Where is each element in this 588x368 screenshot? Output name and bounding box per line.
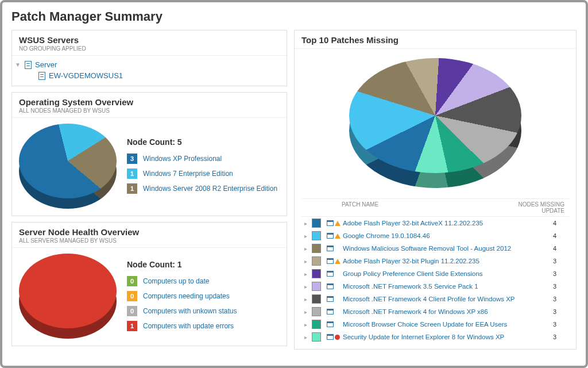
health-body: Node Count: 1 0Computers up to date0Comp… [12, 248, 287, 346]
patch-icons [327, 246, 343, 251]
patch-row: ▸Microsoft .NET Framework 3.5 Service Pa… [301, 280, 569, 293]
health-legend: Node Count: 1 0Computers up to date0Comp… [127, 260, 237, 334]
legend-count-badge: 1 [127, 183, 137, 194]
panel-server-health: Server Node Health Overview ALL SERVERS … [11, 222, 287, 346]
package-icon [327, 233, 334, 239]
legend-row[interactable]: 3Windows XP Professional [127, 151, 277, 166]
patch-name-link[interactable]: Adobe Flash Player 32-bit Plugin 11.2.20… [343, 258, 540, 264]
panel-subtitle: NO GROUPING APPLIED [19, 45, 280, 52]
patch-icons [327, 258, 343, 264]
patch-name-link[interactable]: Microsoft .NET Framework 3.5 Service Pac… [343, 283, 540, 290]
col-nodes-missing: NODES MISSING UPDATE [494, 201, 569, 214]
expand-icon[interactable]: ▸ [301, 334, 310, 340]
legend-row[interactable]: 0Computers with unkown status [127, 304, 237, 319]
nodes-missing-count: 4 [540, 232, 569, 239]
package-icon [327, 246, 334, 251]
patch-table-header: PATCH NAME NODES MISSING UPDATE [301, 198, 569, 217]
health-pie-chart [19, 254, 117, 340]
warning-icon [335, 233, 341, 239]
expand-icon[interactable]: ▸ [301, 258, 310, 264]
legend-label[interactable]: Computers with unkown status [143, 307, 237, 315]
color-swatch [312, 282, 321, 291]
tree-root-label[interactable]: Server [35, 60, 57, 69]
panel-title: Server Node Health Overview [19, 227, 280, 237]
expand-icon[interactable]: ▸ [301, 233, 310, 239]
legend-count-badge: 0 [127, 276, 137, 286]
legend-label[interactable]: Windows XP Professional [143, 155, 222, 163]
node-count-label: Node Count: 1 [127, 260, 237, 269]
panel-subtitle: ALL NODES MANAGED BY WSUS [19, 108, 280, 114]
package-icon [327, 309, 334, 315]
legend-label[interactable]: Windows 7 Enterprise Edition [143, 170, 233, 178]
document-icon [38, 72, 45, 80]
package-icon [327, 334, 334, 340]
legend-row[interactable]: 0Computers up to date [127, 274, 237, 289]
patch-icons [327, 321, 343, 327]
legend-count-badge: 0 [127, 306, 137, 316]
patch-row: ▸Google Chrome 19.0.1084.464 [301, 229, 569, 242]
package-icon [327, 283, 334, 289]
expand-icon[interactable]: ▸ [301, 246, 310, 252]
tree-child-row[interactable]: EW-VGDEMOWSUS1 [38, 70, 284, 81]
panel-wsus-servers: WSUS Servers NO GROUPING APPLIED ▼ Serve… [11, 30, 287, 86]
node-count-label: Node Count: 5 [127, 137, 277, 147]
package-icon [327, 271, 334, 277]
legend-label[interactable]: Computers needing updates [143, 292, 230, 300]
patch-name-link[interactable]: Adobe Flash Player 32-bit ActiveX 11.2.2… [343, 220, 540, 227]
panel-title: Operating System Overview [19, 97, 280, 107]
color-swatch [312, 320, 321, 329]
patch-name-link[interactable]: Windows Malicious Software Removal Tool … [343, 245, 540, 252]
package-icon [327, 258, 334, 264]
tree-caret-icon[interactable]: ▼ [14, 62, 21, 68]
expand-icon[interactable]: ▸ [301, 309, 310, 315]
patch-name-link[interactable]: Microsoft .NET Framework 4 Client Profil… [343, 296, 540, 302]
panel-os-overview: Operating System Overview ALL NODES MANA… [11, 92, 287, 216]
legend-label[interactable]: Computers with update errors [143, 322, 234, 330]
nodes-missing-count: 3 [540, 321, 569, 328]
legend-row[interactable]: 1Computers with update errors [127, 319, 237, 334]
patch-icons [327, 309, 343, 315]
color-swatch [312, 307, 321, 316]
panel-subtitle: ALL SERVERS MANAGED BY WSUS [19, 237, 280, 244]
panel-title: WSUS Servers [19, 35, 280, 45]
patches-pie-chart [349, 58, 521, 190]
expand-icon[interactable]: ▸ [301, 220, 310, 227]
legend-row[interactable]: 1Windows Server 2008 R2 Enterprise Editi… [127, 181, 277, 196]
nodes-missing-count: 4 [540, 245, 569, 252]
legend-row[interactable]: 0Computers needing updates [127, 289, 237, 304]
patch-row: ▸Windows Malicious Software Removal Tool… [301, 242, 569, 255]
patch-name-link[interactable]: Google Chrome 19.0.1084.46 [343, 232, 540, 239]
patch-row: ▸Adobe Flash Player 32-bit ActiveX 11.2.… [301, 217, 569, 229]
left-column: WSUS Servers NO GROUPING APPLIED ▼ Serve… [11, 30, 287, 350]
expand-icon[interactable]: ▸ [301, 321, 310, 328]
nodes-missing-count: 3 [540, 270, 569, 277]
color-swatch [312, 256, 321, 266]
legend-label[interactable]: Computers up to date [143, 277, 209, 285]
tree-root-row[interactable]: ▼ Server [14, 59, 284, 70]
tree-child-label[interactable]: EW-VGDEMOWSUS1 [49, 71, 123, 80]
color-swatch [312, 332, 321, 342]
legend-row[interactable]: 1Windows 7 Enterprise Edition [127, 166, 277, 181]
legend-label[interactable]: Windows Server 2008 R2 Enterprise Editio… [143, 185, 277, 193]
nodes-missing-count: 3 [540, 258, 569, 264]
page-title: Patch Manager Summary [11, 9, 577, 24]
package-icon [327, 321, 334, 327]
expand-icon[interactable]: ▸ [301, 296, 310, 302]
patch-name-link[interactable]: Security Update for Internet Explorer 8 … [343, 334, 540, 340]
color-swatch [312, 218, 321, 228]
patch-name-link[interactable]: Microsoft .NET Framework 4 for Windows X… [343, 308, 540, 315]
color-swatch [312, 231, 321, 240]
patch-name-link[interactable]: Group Policy Preference Client Side Exte… [343, 270, 540, 277]
os-body: Node Count: 5 3Windows XP Professional1W… [12, 118, 287, 216]
panel-header: WSUS Servers NO GROUPING APPLIED [12, 30, 287, 56]
right-column: Top 10 Patches Missing PATCH NAME NODES … [294, 30, 577, 350]
expand-icon[interactable]: ▸ [301, 271, 310, 277]
server-tree: ▼ Server EW-VGDEMOWSUS1 [12, 56, 287, 86]
expand-icon[interactable]: ▸ [301, 283, 310, 290]
patch-icons [327, 334, 343, 340]
warning-icon [335, 221, 341, 226]
patch-name-link[interactable]: Microsoft Browser Choice Screen Update f… [343, 321, 540, 328]
patch-icons [327, 271, 343, 277]
panel-header: Operating System Overview ALL NODES MANA… [12, 93, 287, 118]
patch-icons [327, 220, 343, 226]
